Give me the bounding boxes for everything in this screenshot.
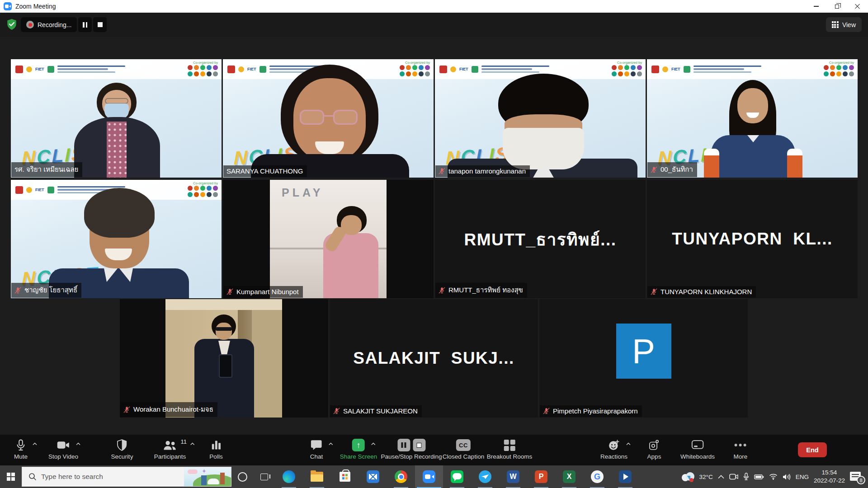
tray-time: 15:54 <box>822 469 837 476</box>
participant-tile-worakan[interactable]: Worakan Bunchuairot-มจธ <box>120 299 328 418</box>
view-button[interactable]: View <box>826 17 862 32</box>
restore-button[interactable] <box>826 0 847 13</box>
chevron-up-icon[interactable] <box>329 442 333 446</box>
pause-recording-button[interactable] <box>78 17 92 32</box>
share-screen-button[interactable]: ↑ Share Screen <box>340 438 377 460</box>
stop-video-button[interactable]: Stop Video <box>48 438 78 460</box>
share-screen-icon: ↑ <box>352 439 365 451</box>
taskbar-app-store[interactable] <box>331 465 359 488</box>
participant-tile-thantika[interactable]: FIET Co-organized by NCLIST 2022 00_ธันท… <box>647 59 858 178</box>
participants-count: 11 <box>180 438 187 445</box>
gallery-row-3: Worakan Bunchuairot-มจธ SALAKJIT SUKJ...… <box>120 299 748 418</box>
participants-button[interactable]: 11 Participants <box>154 438 186 460</box>
taskbar-app-zoom[interactable] <box>415 465 443 488</box>
taskbar-app-powerpoint[interactable]: P <box>527 465 555 488</box>
edge-icon <box>283 470 295 483</box>
pause-recording-icon[interactable] <box>397 439 410 451</box>
chevron-up-icon[interactable] <box>76 442 80 446</box>
chevron-up-icon[interactable] <box>190 442 195 446</box>
closed-caption-icon: CC <box>456 439 471 451</box>
task-view-button[interactable] <box>253 465 275 488</box>
participant-tile-salakjit[interactable]: SALAKJIT SUKJ... SALAKJIT SUKJAREON <box>330 299 538 418</box>
taskbar-clock[interactable]: 15:54 2022-07-22 <box>814 469 845 485</box>
participant-tile-jariya[interactable]: FIET Co-organized by NCLIST 2022 รศ. จริ… <box>11 59 222 178</box>
gallery-row-2: FIET Co-organized by NCLIST 2022 ชาญชัย … <box>11 180 858 298</box>
chevron-up-icon[interactable] <box>371 442 376 446</box>
participant-name-label: Kumpanart Nibunpot <box>223 286 303 298</box>
taskbar-app-file-explorer[interactable] <box>303 465 331 488</box>
wifi-icon[interactable] <box>769 474 778 480</box>
taskbar-app-google[interactable]: G <box>583 465 611 488</box>
taskbar-app-movies-tv[interactable] <box>611 465 639 488</box>
taskbar-app-line[interactable] <box>443 465 471 488</box>
tray-microphone-icon[interactable] <box>743 473 749 481</box>
participant-name-label: Worakan Bunchuairot-มจธ <box>120 402 217 417</box>
participant-tile-chanchai[interactable]: FIET Co-organized by NCLIST 2022 ชาญชัย … <box>11 180 222 298</box>
window-title: Zoom Meeting <box>15 3 56 10</box>
temperature-label[interactable]: 32°C <box>699 474 713 480</box>
more-button[interactable]: More <box>734 438 748 460</box>
whiteboards-button[interactable]: Whiteboards <box>680 438 715 460</box>
end-meeting-button[interactable]: End <box>798 442 827 457</box>
minimize-button[interactable] <box>806 0 826 13</box>
window-controls <box>806 0 868 13</box>
search-highlight-illustration[interactable] <box>184 467 231 486</box>
google-icon: G <box>591 470 604 483</box>
taskbar-app-telegram[interactable] <box>471 465 499 488</box>
participant-display-name: TUNYAPORN KL... <box>647 180 858 298</box>
taskbar-app-excel[interactable]: X <box>555 465 583 488</box>
start-button[interactable] <box>0 465 22 488</box>
muted-mic-icon <box>14 287 21 294</box>
volume-icon[interactable] <box>783 474 791 480</box>
search-input[interactable] <box>41 473 177 481</box>
muted-mic-icon <box>543 408 550 414</box>
taskbar-app-mail[interactable] <box>359 465 387 488</box>
stop-recording-icon[interactable] <box>413 439 425 451</box>
participant-video <box>11 180 222 298</box>
zoom-app-icon <box>423 470 435 483</box>
window-titlebar: Zoom Meeting <box>0 0 868 13</box>
participant-tile-tanapon[interactable]: FIET Co-organized by NCLIST 2022 tanapon… <box>435 59 646 178</box>
chat-button[interactable]: Chat <box>310 438 323 460</box>
security-shield-icon[interactable] <box>6 19 18 30</box>
reactions-button[interactable]: Reactions <box>600 438 627 460</box>
battery-icon[interactable] <box>754 474 764 480</box>
participant-tile-pimpetch[interactable]: P Pimpetch Piyasiraprapakorn <box>539 299 748 418</box>
language-indicator[interactable]: ENG <box>796 474 809 480</box>
cortana-button[interactable] <box>231 465 253 488</box>
participant-tile-kumpanart[interactable]: PLAY Kumpanart Nibunpot <box>223 180 434 298</box>
recording-indicator: Recording... <box>21 17 107 32</box>
tray-chevron-up-icon[interactable] <box>718 475 724 479</box>
taskbar-app-edge[interactable] <box>275 465 303 488</box>
close-button[interactable] <box>847 0 868 13</box>
security-button[interactable]: Security <box>111 438 133 460</box>
closed-caption-button[interactable]: CC Closed Caption <box>443 438 484 460</box>
participant-tile-saranya[interactable]: FIET Co-organized by NCLIST 2022 SARANYA… <box>223 59 434 178</box>
chrome-icon <box>395 470 407 483</box>
view-label: View <box>842 21 856 28</box>
smiley-reactions-icon <box>608 439 620 451</box>
muted-mic-icon <box>226 288 233 295</box>
chevron-up-icon[interactable] <box>626 442 631 446</box>
breakout-rooms-icon <box>504 440 515 451</box>
participant-name-label: SARANYA CHUATHONG <box>223 165 307 177</box>
taskbar-app-chrome[interactable] <box>387 465 415 488</box>
stop-recording-button[interactable] <box>93 17 107 32</box>
participant-tile-tunyaporn[interactable]: TUNYAPORN KL... TUNYAPORN KLINKHAJORN <box>647 180 858 298</box>
taskbar-app-word[interactable]: W <box>499 465 527 488</box>
apps-icon <box>648 439 660 451</box>
apps-button[interactable]: Apps <box>647 438 661 460</box>
mute-button[interactable]: Mute <box>14 438 28 460</box>
participant-tile-rmutt[interactable]: RMUTT_ธารทิพย์... RMUTT_ธารทิพย์ ทองสุข <box>435 180 646 298</box>
chevron-up-icon[interactable] <box>33 442 37 446</box>
breakout-rooms-button[interactable]: Breakout Rooms <box>487 438 533 460</box>
weather-icon[interactable] <box>681 472 694 481</box>
gallery-row-1: FIET Co-organized by NCLIST 2022 รศ. จริ… <box>11 59 858 178</box>
taskbar-search[interactable] <box>22 467 231 487</box>
search-icon <box>28 473 37 481</box>
pause-stop-recording-button[interactable]: Pause/Stop Recording <box>381 438 442 460</box>
action-center-button[interactable]: 8 <box>850 471 863 483</box>
powerpoint-icon: P <box>535 470 547 483</box>
polls-button[interactable]: Polls <box>209 438 222 460</box>
meet-now-icon[interactable] <box>729 473 738 480</box>
